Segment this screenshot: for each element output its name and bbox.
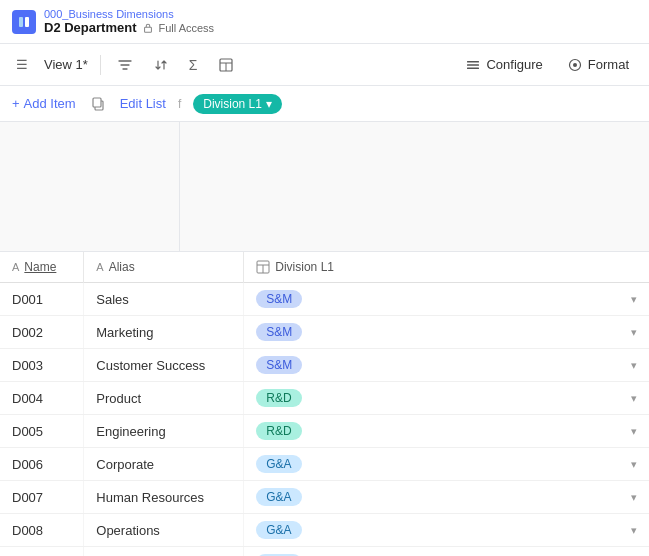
menu-icon[interactable]: ☰ bbox=[12, 53, 32, 76]
dropdown-arrow-icon[interactable]: ▾ bbox=[631, 491, 637, 504]
preview-right bbox=[180, 122, 649, 251]
cell-division[interactable]: S&M ▾ bbox=[244, 283, 649, 316]
formula-icon: f bbox=[176, 97, 183, 111]
page-title: D2 Department bbox=[44, 20, 136, 35]
division-badge: R&D bbox=[256, 422, 301, 440]
alias-col-icon: A bbox=[96, 261, 103, 273]
table-header-row: A Name A Alias Division L1 bbox=[0, 252, 649, 283]
table-row: D002Marketing S&M ▾ bbox=[0, 316, 649, 349]
column-header-alias[interactable]: A Alias bbox=[84, 252, 244, 283]
cell-division[interactable]: G&A ▾ bbox=[244, 547, 649, 557]
dropdown-arrow-icon[interactable]: ▾ bbox=[631, 425, 637, 438]
filter-icon[interactable] bbox=[113, 53, 137, 77]
cell-division[interactable]: R&D ▾ bbox=[244, 415, 649, 448]
breadcrumb: 000_Business Dimensions bbox=[44, 8, 214, 20]
dropdown-arrow-icon[interactable]: ▾ bbox=[631, 359, 637, 372]
dropdown-arrow-icon[interactable]: ▾ bbox=[631, 524, 637, 537]
division-col-icon bbox=[256, 260, 270, 274]
dropdown-arrow-icon[interactable]: ▾ bbox=[631, 458, 637, 471]
header: 000_Business Dimensions D2 Department Fu… bbox=[0, 0, 649, 44]
cell-division[interactable]: G&A ▾ bbox=[244, 481, 649, 514]
division-badge: G&A bbox=[256, 455, 301, 473]
table-icon[interactable] bbox=[214, 53, 238, 77]
cell-division[interactable]: G&A ▾ bbox=[244, 514, 649, 547]
access-label: Full Access bbox=[158, 22, 214, 34]
division-badge: G&A bbox=[256, 521, 301, 539]
cell-alias: Human Resources bbox=[84, 481, 244, 514]
cell-division[interactable]: S&M ▾ bbox=[244, 316, 649, 349]
svg-rect-6 bbox=[467, 67, 479, 69]
cell-id: D001 bbox=[0, 283, 84, 316]
division-badge: R&D bbox=[256, 389, 301, 407]
toolbar-separator-1 bbox=[100, 55, 101, 75]
view-label: View 1* bbox=[44, 57, 88, 72]
cell-alias: Marketing bbox=[84, 316, 244, 349]
cell-id: D004 bbox=[0, 382, 84, 415]
cell-alias: Finance bbox=[84, 547, 244, 557]
column-header-name[interactable]: A Name bbox=[0, 252, 84, 283]
table-row: D007Human Resources G&A ▾ bbox=[0, 481, 649, 514]
cell-id: D007 bbox=[0, 481, 84, 514]
dropdown-arrow-icon[interactable]: ▾ bbox=[631, 392, 637, 405]
table-row: D005Engineering R&D ▾ bbox=[0, 415, 649, 448]
cell-id: D009 bbox=[0, 547, 84, 557]
add-item-button[interactable]: + Add Item bbox=[12, 96, 76, 111]
table-row: D001Sales S&M ▾ bbox=[0, 283, 649, 316]
name-col-icon: A bbox=[12, 261, 19, 273]
app-icon bbox=[12, 10, 36, 34]
division-badge: G&A bbox=[256, 488, 301, 506]
action-bar: + Add Item Edit List f Division L1 ▾ bbox=[0, 86, 649, 122]
toolbar-right: Configure Format bbox=[457, 53, 637, 77]
preview-area bbox=[0, 122, 649, 252]
copy-button[interactable] bbox=[86, 94, 110, 114]
svg-point-8 bbox=[573, 63, 577, 67]
table-container: A Name A Alias Division L1 bbox=[0, 252, 649, 556]
cell-id: D008 bbox=[0, 514, 84, 547]
toolbar: ☰ View 1* Σ Configure Format bbox=[0, 44, 649, 86]
cell-alias: Operations bbox=[84, 514, 244, 547]
cell-alias: Engineering bbox=[84, 415, 244, 448]
table-row: D008Operations G&A ▾ bbox=[0, 514, 649, 547]
cell-division[interactable]: G&A ▾ bbox=[244, 448, 649, 481]
division-badge: S&M bbox=[256, 323, 302, 341]
cell-alias: Product bbox=[84, 382, 244, 415]
configure-button[interactable]: Configure bbox=[457, 53, 550, 77]
configure-label: Configure bbox=[486, 57, 542, 72]
chevron-down-icon: ▾ bbox=[266, 97, 272, 111]
format-label: Format bbox=[588, 57, 629, 72]
svg-rect-5 bbox=[467, 64, 479, 66]
edit-list-button[interactable]: Edit List bbox=[120, 96, 166, 111]
column-header-division[interactable]: Division L1 bbox=[244, 252, 649, 283]
add-item-label: Add Item bbox=[24, 96, 76, 111]
sigma-icon[interactable]: Σ bbox=[185, 53, 202, 77]
format-button[interactable]: Format bbox=[559, 53, 637, 77]
lock-icon bbox=[142, 22, 154, 34]
cell-id: D003 bbox=[0, 349, 84, 382]
table-row: D006Corporate G&A ▾ bbox=[0, 448, 649, 481]
header-text: 000_Business Dimensions D2 Department Fu… bbox=[44, 8, 214, 35]
access-badge: Full Access bbox=[142, 22, 214, 34]
name-col-label: Name bbox=[24, 260, 56, 274]
svg-rect-0 bbox=[145, 27, 152, 32]
dropdown-arrow-icon[interactable]: ▾ bbox=[631, 293, 637, 306]
plus-icon: + bbox=[12, 96, 20, 111]
data-table: A Name A Alias Division L1 bbox=[0, 252, 649, 556]
division-badge-button[interactable]: Division L1 ▾ bbox=[193, 94, 282, 114]
cell-id: D006 bbox=[0, 448, 84, 481]
division-label: Division L1 bbox=[203, 97, 262, 111]
toolbar-left: ☰ View 1* Σ bbox=[12, 53, 445, 77]
preview-left bbox=[0, 122, 180, 251]
cell-id: D002 bbox=[0, 316, 84, 349]
svg-rect-10 bbox=[93, 98, 101, 107]
cell-alias: Customer Success bbox=[84, 349, 244, 382]
cell-id: D005 bbox=[0, 415, 84, 448]
cell-division[interactable]: R&D ▾ bbox=[244, 382, 649, 415]
dropdown-arrow-icon[interactable]: ▾ bbox=[631, 326, 637, 339]
cell-alias: Sales bbox=[84, 283, 244, 316]
sort-icon[interactable] bbox=[149, 53, 173, 77]
table-row: D003Customer Success S&M ▾ bbox=[0, 349, 649, 382]
alias-col-label: Alias bbox=[109, 260, 135, 274]
division-badge: S&M bbox=[256, 356, 302, 374]
svg-rect-4 bbox=[467, 61, 479, 63]
cell-division[interactable]: S&M ▾ bbox=[244, 349, 649, 382]
